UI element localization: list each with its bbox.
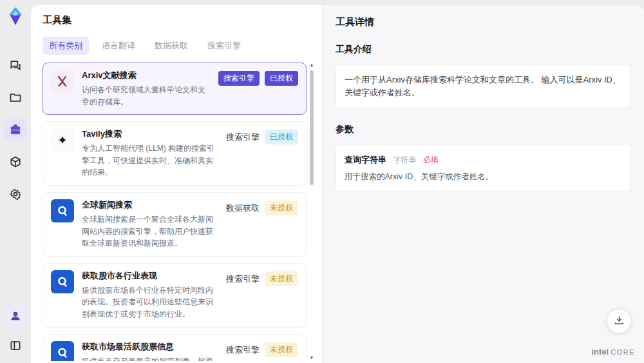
tool-card-tavily[interactable]: ✦ Tavily搜索 专为人工智能代理 (LLM) 构建的搜索引擎工具，可快速提… xyxy=(43,121,307,186)
tool-card-sector-performance[interactable]: 获取股市各行业表现 提供股票市场各个行业在特定时间段内的表现。投资者可以利用这些… xyxy=(43,263,307,328)
tool-name: 获取股市各行业表现 xyxy=(82,270,218,282)
intro-text: 一个用于从Arxiv存储库搜索科学论文和文章的工具。 输入可以是Arxiv ID… xyxy=(345,74,622,99)
core-brand-text: CORE xyxy=(611,348,635,356)
param-type: 字符串 xyxy=(393,155,416,164)
category-tabs: 所有类别 语言翻译 数据获取 搜索引擎 xyxy=(43,37,322,55)
news-search-icon xyxy=(51,270,74,293)
scrollbar: ▲ ▼ xyxy=(308,63,316,361)
chat-icon[interactable] xyxy=(5,54,26,76)
category-label: 搜索引擎 xyxy=(226,342,260,358)
scroll-down-arrow[interactable]: ▼ xyxy=(308,355,316,360)
scroll-up-arrow[interactable]: ▲ xyxy=(308,63,316,67)
tool-name: 全球新闻搜索 xyxy=(82,199,218,211)
user-icon[interactable] xyxy=(5,305,26,327)
news-search-icon xyxy=(51,199,74,222)
download-button[interactable] xyxy=(607,309,631,333)
tool-card-global-news[interactable]: 全球新闻搜索 全球新闻搜索是一个聚合全球各大新闻网站内容的搜索引擎，帮助用户快速… xyxy=(43,192,307,257)
tab-all-categories[interactable]: 所有类别 xyxy=(43,37,89,55)
tool-name: 获取市场最活跃股票信息 xyxy=(82,341,218,353)
auth-badge: 未授权 xyxy=(265,342,298,357)
toolbox-icon[interactable] xyxy=(5,119,26,141)
intel-brand-text: intel xyxy=(591,347,609,357)
param-name: 查询字符串 xyxy=(345,155,386,164)
auth-badge: 已授权 xyxy=(265,71,298,86)
auth-badge: 已授权 xyxy=(265,130,298,144)
tool-card-active-stocks[interactable]: 获取市场最活跃股票信息 提供当天交易量最高的股票列表。投资者可以利用这些信息来识… xyxy=(43,334,307,361)
param-description: 用于搜索的Arxiv ID、关键字或作者姓名。 xyxy=(345,172,622,182)
scrollbar-thumb[interactable] xyxy=(310,70,314,185)
panel-toggle-icon[interactable] xyxy=(5,335,26,357)
cube-icon[interactable] xyxy=(5,151,26,173)
intel-core-logo: intel CORE xyxy=(591,347,635,357)
main-content: 工具集 所有类别 语言翻译 数据获取 搜索引擎 Arxiv文献搜索 访问 xyxy=(31,5,644,363)
detail-title: 工具详情 xyxy=(336,16,631,28)
param-header: 查询字符串 字符串 必填 xyxy=(345,153,622,166)
category-badge: 搜索引擎 xyxy=(218,71,260,86)
folder-icon[interactable] xyxy=(5,86,26,108)
intro-box: 一个用于从Arxiv存储库搜索科学论文和文章的工具。 输入可以是Arxiv ID… xyxy=(336,64,631,108)
sparkle-icon: ✦ xyxy=(51,128,74,152)
tab-search-engine[interactable]: 搜索引擎 xyxy=(201,37,247,55)
tool-name: Tavily搜索 xyxy=(82,128,218,140)
icon-rail xyxy=(0,0,31,363)
tool-description: 全球新闻搜索是一个聚合全球各大新闻网站内容的搜索引擎，帮助用户快速获取全球最新资… xyxy=(82,213,218,250)
tool-list: Arxiv文献搜索 访问各个研究领域大量科学论文和文章的存储库。 搜索引擎 已授… xyxy=(43,63,316,361)
param-required-flag: 必填 xyxy=(423,155,439,164)
download-icon xyxy=(614,315,625,328)
tool-description: 访问各个研究领域大量科学论文和文章的存储库。 xyxy=(82,84,211,108)
tab-data-fetch[interactable]: 数据获取 xyxy=(148,37,194,55)
params-heading: 参数 xyxy=(336,124,631,135)
category-label: 搜索引擎 xyxy=(226,271,260,287)
tool-detail-pane: 工具详情 工具介绍 一个用于从Arxiv存储库搜索科学论文和文章的工具。 输入可… xyxy=(322,5,644,363)
param-box: 查询字符串 字符串 必填 用于搜索的Arxiv ID、关键字或作者姓名。 xyxy=(336,144,631,192)
arxiv-logo-icon xyxy=(51,70,74,93)
tab-language-translation[interactable]: 语言翻译 xyxy=(95,37,142,55)
tool-description: 提供股票市场各个行业在特定时间段内的表现。投资者可以利用这些信息来识别表现优于或… xyxy=(82,284,218,320)
page-title: 工具集 xyxy=(43,14,322,26)
gear-icon[interactable] xyxy=(5,183,26,205)
tool-list-pane: 工具集 所有类别 语言翻译 数据获取 搜索引擎 Arxiv文献搜索 访问 xyxy=(31,5,322,363)
tool-name: Arxiv文献搜索 xyxy=(82,70,211,81)
news-search-icon xyxy=(51,341,74,361)
tool-description: 专为人工智能代理 (LLM) 构建的搜索引擎工具，可快速提供实时、准确和真实的结… xyxy=(82,142,218,179)
intro-heading: 工具介绍 xyxy=(336,44,631,55)
category-label: 搜索引擎 xyxy=(226,130,260,145)
tool-description: 提供当天交易量最高的股票列表。投资者可以利用这些信息来识别流动性强的股票和潜在的… xyxy=(82,355,218,361)
category-label: 数据获取 xyxy=(226,201,260,216)
auth-badge: 未授权 xyxy=(265,201,298,215)
app-logo xyxy=(5,5,26,27)
tool-card-arxiv[interactable]: Arxiv文献搜索 访问各个研究领域大量科学论文和文章的存储库。 搜索引擎 已授… xyxy=(43,63,307,115)
auth-badge: 未授权 xyxy=(265,271,298,286)
